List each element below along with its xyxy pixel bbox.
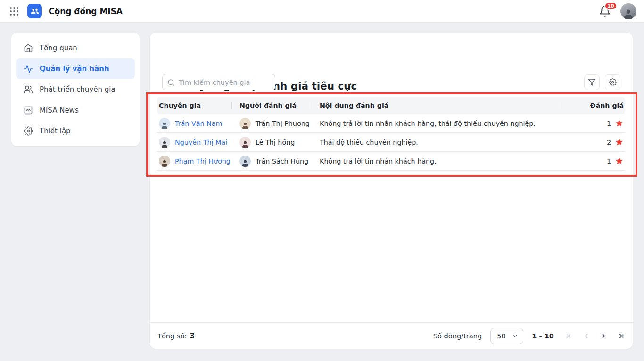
search-box xyxy=(162,74,275,90)
top-bar: Cộng đồng MISA 10 xyxy=(0,0,644,23)
user-profile-avatar[interactable] xyxy=(620,3,636,19)
sidebar-item-thiet-lap[interactable]: Thiết lập xyxy=(16,121,135,141)
first-page-button[interactable] xyxy=(564,331,574,341)
gear-icon xyxy=(609,78,617,86)
rating-value: 1 xyxy=(607,120,611,127)
review-content: Không trả lời tin nhắn khách hàng, thái … xyxy=(312,120,559,127)
expert-avatar xyxy=(159,118,170,129)
expert-name-link[interactable]: Phạm Thị Hương xyxy=(175,157,231,165)
filter-icon xyxy=(588,78,596,86)
news-icon xyxy=(24,106,33,115)
person-icon xyxy=(622,7,635,19)
next-page-button[interactable] xyxy=(598,331,608,341)
table-footer: Tổng số: 3 Số dòng/trang 50 1 - 10 xyxy=(150,322,633,349)
sidebar-item-label: Phát triển chuyên gia xyxy=(40,85,116,94)
reviewer-avatar xyxy=(239,118,251,129)
star-icon xyxy=(615,156,624,165)
last-page-button[interactable] xyxy=(615,331,625,341)
misa-community-logo xyxy=(27,4,42,18)
expert-name-link[interactable]: Nguyễn Thị Mai xyxy=(175,139,227,146)
sidebar-item-quan-ly-van-hanh[interactable]: Quản lý vận hành xyxy=(16,58,135,79)
search-icon xyxy=(167,79,175,86)
app-launcher-grid-icon[interactable] xyxy=(8,5,21,18)
people-icon xyxy=(24,85,33,94)
sidebar-item-tong-quan[interactable]: Tổng quan xyxy=(16,38,135,58)
reviewer-avatar xyxy=(239,156,251,167)
column-header-rating: Đánh giá xyxy=(559,97,625,114)
expert-avatar xyxy=(159,137,170,148)
table-settings-button[interactable] xyxy=(605,74,620,90)
page-range: 1 - 10 xyxy=(532,332,554,340)
star-icon xyxy=(615,119,624,128)
sidebar-item-label: Tổng quan xyxy=(40,44,77,52)
review-content: Thái độ thiếu chuyên nghiệp. xyxy=(312,139,559,146)
expert-avatar xyxy=(159,156,170,167)
last-page-icon xyxy=(616,331,625,341)
home-icon xyxy=(24,43,33,53)
table-header-row: Chuyên gia Người đánh giá Nội dung đánh … xyxy=(157,97,625,114)
chevron-down-icon xyxy=(512,333,518,339)
first-page-icon xyxy=(565,331,574,341)
column-header-reviewer: Người đánh giá xyxy=(231,97,312,114)
sidebar-nav: Tổng quan Quản lý vận hành Phát triển ch… xyxy=(11,33,140,146)
chevron-right-icon xyxy=(599,331,608,341)
pagination xyxy=(564,331,625,341)
reviewer-name: Trần Thị Phương xyxy=(256,120,310,127)
sidebar-item-label: Quản lý vận hành xyxy=(40,65,109,73)
reviews-table: Chuyên gia Người đánh giá Nội dung đánh … xyxy=(157,97,625,171)
reviewer-avatar xyxy=(239,137,251,148)
chevron-left-icon xyxy=(582,331,591,341)
reviewer-name: Trần Sách Hùng xyxy=(256,157,308,165)
sidebar-item-misa-news[interactable]: MISA News xyxy=(16,100,135,121)
table-row: Phạm Thị Hương Trần Sách Hùng Không trả … xyxy=(157,152,625,171)
column-header-content: Nội dung đánh giá xyxy=(312,97,559,114)
gear-icon xyxy=(24,126,33,136)
total-label: Tổng số: xyxy=(157,332,187,340)
filter-button[interactable] xyxy=(584,74,600,90)
star-icon xyxy=(615,138,624,147)
sidebar-item-phat-trien-chuyen-gia[interactable]: Phát triển chuyên gia xyxy=(16,79,135,100)
column-header-expert: Chuyên gia xyxy=(157,97,231,114)
main-panel: Chuyên gia bị đánh giá tiêu cực Chuyên g… xyxy=(150,33,633,349)
rating-value: 1 xyxy=(607,157,611,165)
rows-per-page-value: 50 xyxy=(497,332,506,340)
sidebar-item-label: MISA News xyxy=(40,106,79,115)
table-row: Trần Văn Nam Trần Thị Phương Không trả l… xyxy=(157,114,625,133)
notification-count-badge: 10 xyxy=(604,2,617,10)
rating-value: 2 xyxy=(607,139,611,146)
reviewer-name: Lê Thị hồng xyxy=(256,139,295,146)
review-content: Không trả lời tin nhắn khách hàng. xyxy=(312,157,559,165)
table-row: Nguyễn Thị Mai Lê Thị hồng Thái độ thiếu… xyxy=(157,133,625,152)
previous-page-button[interactable] xyxy=(581,331,591,341)
notification-bell-button[interactable]: 10 xyxy=(599,5,611,17)
sidebar-item-label: Thiết lập xyxy=(40,127,71,135)
app-title: Cộng đồng MISA xyxy=(49,7,123,16)
search-input[interactable] xyxy=(179,79,270,86)
total-value: 3 xyxy=(190,332,194,340)
activity-icon xyxy=(24,64,33,74)
expert-name-link[interactable]: Trần Văn Nam xyxy=(175,120,222,127)
rows-per-page-label: Số dòng/trang xyxy=(433,332,482,340)
people-logo-icon xyxy=(30,6,40,16)
rows-per-page-select[interactable]: 50 xyxy=(490,328,523,344)
